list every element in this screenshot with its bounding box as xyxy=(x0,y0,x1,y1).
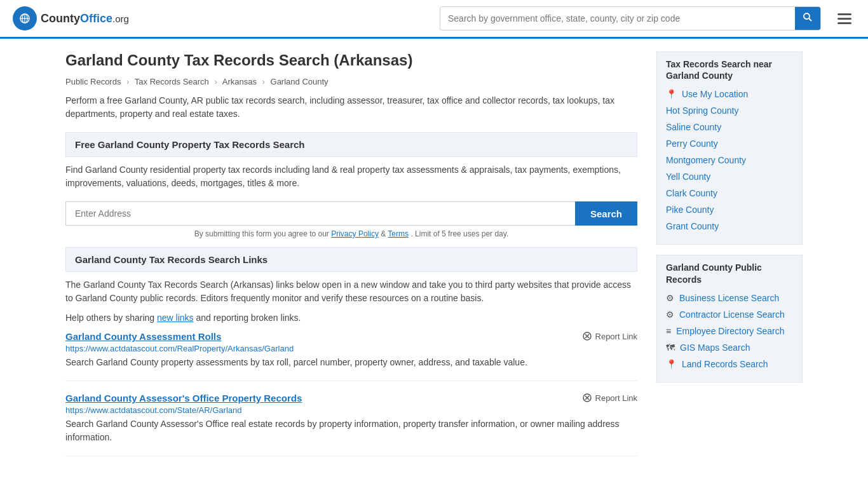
report-icon xyxy=(582,331,592,341)
content-area: Garland County Tax Records Search (Arkan… xyxy=(65,51,637,468)
pike-county-link[interactable]: Pike County xyxy=(666,205,714,215)
breadcrumb-public-records[interactable]: Public Records xyxy=(65,77,121,86)
logo-link[interactable]: CountyOffice.org xyxy=(13,6,129,30)
nearby-county-item: Yell County xyxy=(666,172,793,182)
site-header: CountyOffice.org xyxy=(0,0,868,39)
public-records-item: 🗺 GIS Maps Search xyxy=(666,342,793,353)
nearby-county-item: Pike County xyxy=(666,205,793,215)
free-search-description: Find Garland County residential property… xyxy=(65,163,637,190)
nearby-county-item: Saline County xyxy=(666,122,793,132)
main-container: Garland County Tax Records Search (Arkan… xyxy=(53,39,815,480)
record-link-item: Garland County Assessor's Office Propert… xyxy=(65,393,637,456)
yell-county-link[interactable]: Yell County xyxy=(666,172,710,182)
record-link-header: Garland County Assessment Rolls Report L… xyxy=(65,331,637,342)
address-search-form: Search xyxy=(65,201,637,226)
nearby-county-item: Perry County xyxy=(666,139,793,149)
links-section-header: Garland County Tax Records Search Links xyxy=(65,247,637,272)
public-records-section: Garland County Public Records ⚙ Business… xyxy=(656,255,803,382)
employee-directory-icon: ≡ xyxy=(666,326,671,336)
use-my-location-link[interactable]: Use My Location xyxy=(682,89,748,99)
privacy-policy-link[interactable]: Privacy Policy xyxy=(331,229,379,238)
location-pin-icon: 📍 xyxy=(666,89,677,99)
nearby-counties-section: Tax Records Search near Garland County 📍… xyxy=(656,51,803,245)
land-records-link[interactable]: Land Records Search xyxy=(682,359,768,369)
gis-maps-icon: 🗺 xyxy=(666,342,675,353)
montgomery-county-link[interactable]: Montgomery County xyxy=(666,155,746,165)
clark-county-link[interactable]: Clark County xyxy=(666,188,717,198)
nearby-county-item: Clark County xyxy=(666,188,793,198)
free-search-section-header: Free Garland County Property Tax Records… xyxy=(65,132,637,157)
perry-county-link[interactable]: Perry County xyxy=(666,139,718,149)
record-link-title-1[interactable]: Garland County Assessment Rolls xyxy=(65,331,221,342)
record-link-header: Garland County Assessor's Office Propert… xyxy=(65,393,637,403)
nearby-county-item: Grant County xyxy=(666,221,793,231)
contractor-license-icon: ⚙ xyxy=(666,309,674,320)
record-link-desc-2: Search Garland County Assessor's Office … xyxy=(65,417,637,444)
saline-county-link[interactable]: Saline County xyxy=(666,122,721,132)
public-records-list: ⚙ Business License Search ⚙ Contractor L… xyxy=(666,293,793,369)
public-records-item: ⚙ Contractor License Search xyxy=(666,309,793,320)
record-link-item: Garland County Assessment Rolls Report L… xyxy=(65,331,637,381)
terms-link[interactable]: Terms xyxy=(388,229,409,238)
land-records-icon: 📍 xyxy=(666,359,677,369)
use-my-location-item: 📍 Use My Location xyxy=(666,89,793,99)
record-link-url-2: https://www.actdatascout.com/State/AR/Ga… xyxy=(65,405,637,415)
hamburger-line xyxy=(837,18,851,20)
record-link-title-2[interactable]: Garland County Assessor's Office Propert… xyxy=(65,393,302,403)
contractor-license-link[interactable]: Contractor License Search xyxy=(679,309,785,320)
public-records-item: ≡ Employee Directory Search xyxy=(666,326,793,336)
header-search-input[interactable] xyxy=(440,8,795,29)
report-link-button-1[interactable]: Report Link xyxy=(582,331,637,341)
report-link-button-2[interactable]: Report Link xyxy=(582,393,637,403)
header-search-bar xyxy=(440,6,821,30)
public-records-item: ⚙ Business License Search xyxy=(666,293,793,303)
public-records-title: Garland County Public Records xyxy=(666,262,793,285)
hot-spring-county-link[interactable]: Hot Spring County xyxy=(666,105,738,116)
links-section-description: The Garland County Tax Records Search (A… xyxy=(65,278,637,305)
hamburger-line xyxy=(837,22,851,24)
hamburger-line xyxy=(837,13,851,15)
hamburger-menu-button[interactable] xyxy=(834,10,855,28)
form-disclaimer: By submitting this form you agree to our… xyxy=(65,229,637,238)
record-link-url-1: https://www.actdatascout.com/RealPropert… xyxy=(65,344,637,353)
gis-maps-link[interactable]: GIS Maps Search xyxy=(680,342,750,353)
free-search-title: Free Garland County Property Tax Records… xyxy=(75,139,305,150)
business-license-icon: ⚙ xyxy=(666,293,674,303)
page-description: Perform a free Garland County, AR public… xyxy=(65,94,637,121)
new-links-link[interactable]: new links xyxy=(157,313,194,323)
breadcrumb-tax-records[interactable]: Tax Records Search xyxy=(135,77,209,86)
logo-icon xyxy=(13,6,37,30)
breadcrumb-arkansas[interactable]: Arkansas xyxy=(222,77,257,86)
logo-text: CountyOffice.org xyxy=(41,12,129,25)
grant-county-link[interactable]: Grant County xyxy=(666,221,719,231)
record-link-desc-1: Search Garland County property assessmen… xyxy=(65,356,637,369)
business-license-link[interactable]: Business License Search xyxy=(679,293,779,303)
links-section-title: Garland County Tax Records Search Links xyxy=(75,254,268,265)
svg-line-6 xyxy=(809,18,811,21)
svg-point-5 xyxy=(804,13,810,19)
search-submit-button[interactable]: Search xyxy=(575,201,637,226)
breadcrumb-garland-county[interactable]: Garland County xyxy=(271,77,329,86)
share-links-text: Help others by sharing new links and rep… xyxy=(65,311,637,325)
nearby-section-title: Tax Records Search near Garland County xyxy=(666,58,793,81)
nearby-county-item: Montgomery County xyxy=(666,155,793,165)
nearby-county-item: Hot Spring County xyxy=(666,105,793,116)
sidebar: Tax Records Search near Garland County 📍… xyxy=(656,51,803,468)
page-title: Garland County Tax Records Search (Arkan… xyxy=(65,51,637,69)
employee-directory-link[interactable]: Employee Directory Search xyxy=(676,326,784,336)
address-input[interactable] xyxy=(65,201,575,226)
header-search-button[interactable] xyxy=(795,7,820,30)
report-icon xyxy=(582,393,592,403)
public-records-item: 📍 Land Records Search xyxy=(666,359,793,369)
breadcrumb: Public Records › Tax Records Search › Ar… xyxy=(65,77,637,86)
